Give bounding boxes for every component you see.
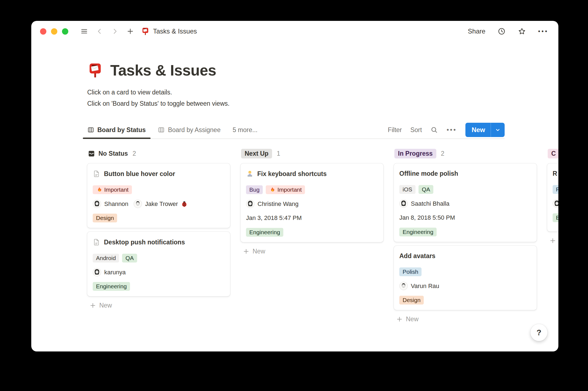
assignee-name: Christine Wang: [258, 200, 299, 208]
card-tags-row: P: [553, 185, 558, 194]
avatar: [553, 199, 558, 208]
tag-pill: Design: [93, 214, 117, 222]
assignee: Christine Wang: [246, 200, 299, 208]
card-tags-row: Polish: [399, 267, 531, 276]
avatar: [134, 200, 142, 208]
new-button[interactable]: New: [465, 123, 505, 137]
filter-button[interactable]: Filter: [388, 126, 402, 134]
avatar: [399, 199, 408, 208]
board-card[interactable]: Desktop push notifications AndroidQA kar…: [87, 232, 230, 296]
view-tabs: Board by Status Board by Assignee 5 more…: [87, 121, 258, 138]
card-people-row: Varun Rau: [399, 282, 531, 290]
board-view-icon: [158, 126, 165, 133]
card-tags-row: Engineering: [93, 282, 225, 291]
column-header[interactable]: In Progress2: [394, 148, 537, 159]
board-card[interactable]: Add avatars Polish Varun Rau Design: [394, 246, 537, 310]
view-options-icon[interactable]: •••: [446, 127, 457, 133]
forward-icon[interactable]: [111, 27, 119, 35]
sort-button[interactable]: Sort: [410, 126, 422, 134]
add-card-label: New: [406, 315, 419, 323]
more-options-icon[interactable]: •••: [538, 28, 549, 34]
help-button[interactable]: ?: [530, 324, 547, 341]
chevron-down-icon[interactable]: [491, 123, 505, 137]
card-tags-row: Design: [93, 214, 225, 222]
add-card-button[interactable]: New: [241, 246, 383, 257]
updates-clock-icon[interactable]: [497, 27, 506, 35]
tag-pill: Android: [93, 254, 119, 262]
avatar: [93, 268, 101, 277]
card-tags-row: iOSQA: [399, 185, 531, 194]
board-card[interactable]: Offline mode polish iOSQA Saatchi Bhalla…: [394, 163, 537, 242]
new-tab-plus-icon[interactable]: [126, 27, 134, 35]
plus-icon: [89, 302, 96, 309]
tag-pill: Important: [93, 185, 132, 194]
mailbox-icon: [141, 27, 149, 35]
new-button-label[interactable]: New: [465, 123, 491, 137]
column-header[interactable]: C: [547, 148, 558, 159]
column-header[interactable]: No Status2: [87, 148, 230, 159]
tab-board-by-status[interactable]: Board by Status: [87, 121, 146, 138]
add-card-button[interactable]: New: [394, 314, 537, 325]
share-button[interactable]: Share: [468, 27, 485, 35]
add-card-button[interactable]: New: [87, 300, 230, 311]
card-title: Button blue hover color: [93, 168, 225, 180]
titlebar-page-title: Tasks & Issues: [153, 27, 197, 35]
app-window: Tasks & Issues Share ••• Tasks & Issues …: [31, 21, 558, 351]
tab-board-by-assignee[interactable]: Board by Assignee: [158, 121, 220, 138]
assignee-name: Saatchi Bhalla: [411, 200, 450, 207]
column-title: No Status: [98, 150, 128, 157]
add-card-button[interactable]: New: [547, 235, 558, 246]
inbox-icon: [88, 150, 95, 157]
board-column-no-status: No Status2 Button blue hover color Impor…: [87, 148, 230, 311]
back-icon[interactable]: [96, 27, 103, 35]
card-title: Offline mode polish: [399, 168, 531, 180]
plus-icon: [396, 316, 403, 323]
board-card[interactable]: Button blue hover color Important Shanno…: [87, 163, 230, 228]
favorite-star-icon[interactable]: [518, 27, 526, 35]
zoom-window-button[interactable]: [62, 28, 68, 35]
board-card[interactable]: R P E: [547, 163, 558, 231]
tag-pill: Engineering: [246, 228, 283, 237]
minimize-window-button[interactable]: [51, 28, 57, 35]
assignee: [553, 199, 558, 208]
avatar: [246, 200, 255, 208]
card-title: Fix keyboard shortcuts: [246, 168, 378, 180]
tag-pill: Polish: [399, 267, 422, 276]
breadcrumb[interactable]: Tasks & Issues: [141, 27, 197, 35]
board: No Status2 Button blue hover color Impor…: [87, 148, 558, 325]
card-tags-row: BugImportant: [246, 185, 378, 194]
card-tags-row: Engineering: [246, 228, 378, 237]
search-icon[interactable]: [430, 126, 438, 134]
assignee-name: karunya: [104, 269, 126, 276]
avatar: [93, 200, 101, 208]
beetle-icon: [181, 201, 188, 207]
tab-label: Board by Assignee: [168, 126, 220, 134]
card-people-row: karunya: [93, 268, 225, 277]
card-people-row: [553, 199, 558, 208]
card-title: R: [553, 168, 558, 180]
date-value: Jan 3, 2018 5:47 PM: [246, 214, 302, 222]
plus-icon: [243, 248, 250, 255]
card-tags-row: Engineering: [399, 228, 531, 236]
page-content: Tasks & Issues Click on a card to view d…: [31, 62, 558, 325]
tag-pill: iOS: [399, 185, 415, 194]
avatar: [399, 282, 408, 290]
card-people-row: Saatchi Bhalla: [399, 199, 531, 208]
column-header[interactable]: Next Up1: [241, 148, 383, 159]
tag-pill: Important: [266, 185, 305, 194]
page-icon-mailbox[interactable]: [87, 62, 103, 78]
column-count: 2: [132, 150, 136, 157]
assignee-name: Shannon: [104, 200, 128, 208]
board-column-in-progress: In Progress2 Offline mode polish iOSQA S…: [394, 148, 537, 325]
card-tags-row: E: [553, 213, 558, 222]
board-card[interactable]: Fix keyboard shortcuts BugImportant Chri…: [241, 163, 383, 242]
tab-more-views[interactable]: 5 more...: [233, 121, 258, 138]
tag-pill: P: [553, 185, 558, 194]
assignee: Varun Rau: [399, 282, 439, 290]
flame-icon: [96, 187, 102, 193]
sidebar-menu-icon[interactable]: [80, 27, 88, 35]
assignee-name: Jake Trower: [145, 200, 178, 208]
plus-icon: [549, 237, 556, 244]
tab-label: 5 more...: [233, 126, 258, 134]
close-window-button[interactable]: [40, 28, 46, 35]
